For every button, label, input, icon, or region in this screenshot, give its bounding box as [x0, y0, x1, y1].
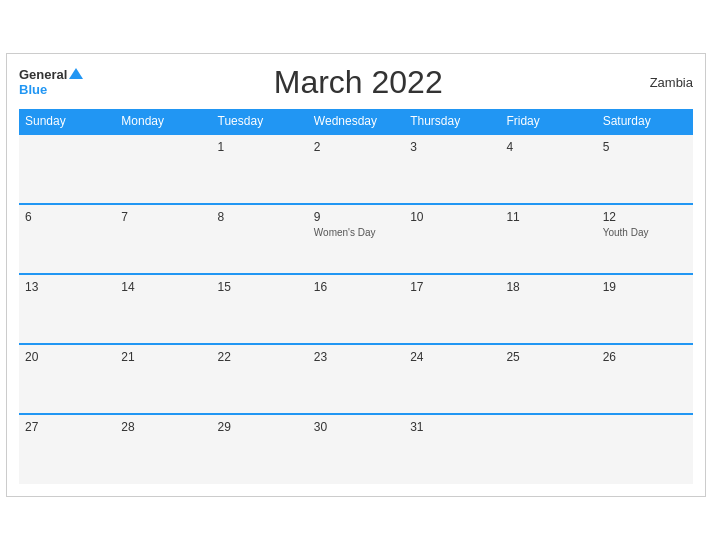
- holiday-label: Youth Day: [603, 227, 687, 238]
- day-cell-3-4: 24: [404, 344, 500, 414]
- day-number: 28: [121, 420, 205, 434]
- day-cell-4-3: 30: [308, 414, 404, 484]
- week-row-4: 20212223242526: [19, 344, 693, 414]
- day-cell-4-2: 29: [212, 414, 308, 484]
- day-number: 6: [25, 210, 109, 224]
- header-thursday: Thursday: [404, 109, 500, 134]
- day-cell-0-5: 4: [500, 134, 596, 204]
- weekday-header-row: Sunday Monday Tuesday Wednesday Thursday…: [19, 109, 693, 134]
- day-cell-3-1: 21: [115, 344, 211, 414]
- day-cell-1-1: 7: [115, 204, 211, 274]
- logo-triangle-icon: [69, 68, 83, 79]
- day-cell-4-1: 28: [115, 414, 211, 484]
- calendar-container: General Blue March 2022 Zambia Sunday Mo…: [6, 53, 706, 497]
- header-sunday: Sunday: [19, 109, 115, 134]
- day-number: 2: [314, 140, 398, 154]
- day-cell-3-2: 22: [212, 344, 308, 414]
- day-cell-3-5: 25: [500, 344, 596, 414]
- logo-blue-text: Blue: [19, 83, 83, 97]
- holiday-label: Women's Day: [314, 227, 398, 238]
- logo-general-text: General: [19, 68, 83, 82]
- day-number: 29: [218, 420, 302, 434]
- day-number: 21: [121, 350, 205, 364]
- day-cell-3-3: 23: [308, 344, 404, 414]
- header-wednesday: Wednesday: [308, 109, 404, 134]
- country-label: Zambia: [633, 75, 693, 90]
- day-number: 8: [218, 210, 302, 224]
- day-cell-0-2: 1: [212, 134, 308, 204]
- day-cell-2-1: 14: [115, 274, 211, 344]
- day-cell-2-4: 17: [404, 274, 500, 344]
- day-number: 30: [314, 420, 398, 434]
- day-number: 24: [410, 350, 494, 364]
- day-cell-3-6: 26: [597, 344, 693, 414]
- day-number: 11: [506, 210, 590, 224]
- day-number: 15: [218, 280, 302, 294]
- day-number: 12: [603, 210, 687, 224]
- week-row-3: 13141516171819: [19, 274, 693, 344]
- day-number: 19: [603, 280, 687, 294]
- day-cell-3-0: 20: [19, 344, 115, 414]
- day-cell-1-3: 9Women's Day: [308, 204, 404, 274]
- header-monday: Monday: [115, 109, 211, 134]
- day-number: 9: [314, 210, 398, 224]
- week-row-1: 12345: [19, 134, 693, 204]
- day-number: 10: [410, 210, 494, 224]
- day-cell-4-4: 31: [404, 414, 500, 484]
- day-number: 1: [218, 140, 302, 154]
- day-number: 25: [506, 350, 590, 364]
- logo: General Blue: [19, 68, 83, 97]
- day-number: 26: [603, 350, 687, 364]
- day-number: 16: [314, 280, 398, 294]
- header-saturday: Saturday: [597, 109, 693, 134]
- day-number: 23: [314, 350, 398, 364]
- day-number: 31: [410, 420, 494, 434]
- day-cell-2-0: 13: [19, 274, 115, 344]
- day-number: 3: [410, 140, 494, 154]
- day-number: 5: [603, 140, 687, 154]
- day-number: 4: [506, 140, 590, 154]
- day-number: 7: [121, 210, 205, 224]
- day-number: 18: [506, 280, 590, 294]
- day-cell-4-5: [500, 414, 596, 484]
- day-cell-0-1: [115, 134, 211, 204]
- day-cell-2-2: 15: [212, 274, 308, 344]
- day-cell-1-5: 11: [500, 204, 596, 274]
- day-number: 20: [25, 350, 109, 364]
- day-number: 27: [25, 420, 109, 434]
- day-cell-1-0: 6: [19, 204, 115, 274]
- week-row-2: 6789Women's Day101112Youth Day: [19, 204, 693, 274]
- day-cell-2-5: 18: [500, 274, 596, 344]
- day-cell-1-6: 12Youth Day: [597, 204, 693, 274]
- day-cell-2-3: 16: [308, 274, 404, 344]
- week-row-5: 2728293031: [19, 414, 693, 484]
- calendar-body: 123456789Women's Day101112Youth Day13141…: [19, 134, 693, 484]
- day-cell-1-2: 8: [212, 204, 308, 274]
- day-cell-0-4: 3: [404, 134, 500, 204]
- header-tuesday: Tuesday: [212, 109, 308, 134]
- day-cell-4-6: [597, 414, 693, 484]
- day-cell-0-0: [19, 134, 115, 204]
- calendar-grid: Sunday Monday Tuesday Wednesday Thursday…: [19, 109, 693, 484]
- day-cell-1-4: 10: [404, 204, 500, 274]
- calendar-title: March 2022: [83, 64, 633, 101]
- day-number: 22: [218, 350, 302, 364]
- day-cell-2-6: 19: [597, 274, 693, 344]
- day-cell-0-3: 2: [308, 134, 404, 204]
- day-cell-4-0: 27: [19, 414, 115, 484]
- day-number: 17: [410, 280, 494, 294]
- header-friday: Friday: [500, 109, 596, 134]
- day-number: 14: [121, 280, 205, 294]
- calendar-header: General Blue March 2022 Zambia: [19, 64, 693, 101]
- day-cell-0-6: 5: [597, 134, 693, 204]
- day-number: 13: [25, 280, 109, 294]
